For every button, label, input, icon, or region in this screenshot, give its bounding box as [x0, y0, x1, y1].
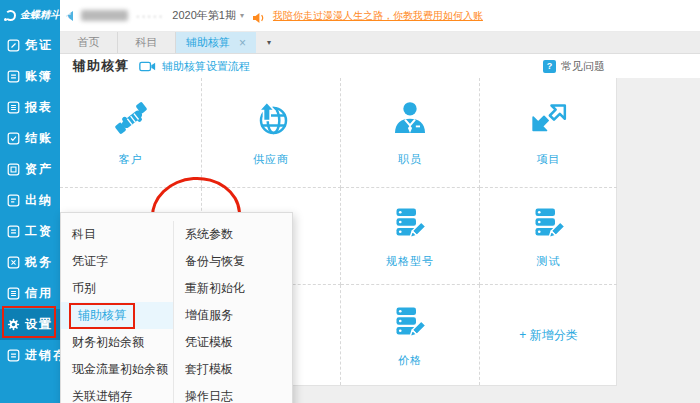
add-category-label: + 新增分类 — [519, 327, 577, 344]
card-supplier[interactable]: 供应商 — [202, 78, 341, 188]
closing-icon — [7, 132, 20, 145]
card-test[interactable]: 测试 — [480, 188, 617, 285]
tab-list-caret-button[interactable]: ▾ — [256, 32, 282, 53]
sidebar-item-asset[interactable]: 资产 — [0, 154, 60, 185]
caret-down-icon: ▾ — [267, 38, 271, 47]
add-category-button[interactable]: + 新增分类 — [480, 285, 617, 385]
period-label: 2020年第1期 — [172, 8, 236, 23]
card-label: 规格型号 — [386, 254, 434, 269]
setup-flow-link[interactable]: 辅助核算设置流程 — [162, 59, 250, 74]
menu-item-voucher-word[interactable]: 凭证字 — [61, 248, 173, 275]
period-selector[interactable]: 2020年第1期 ▾ — [172, 8, 244, 23]
sidebar-item-label: 结账 — [25, 130, 53, 147]
menu-item-cashflow-initial-balance[interactable]: 现金流量初始余额 — [61, 356, 173, 383]
menu-item-label: 凭证字 — [72, 253, 108, 270]
person-icon — [390, 98, 430, 142]
close-icon[interactable]: × — [239, 37, 246, 49]
menu-item-label: 套打模板 — [185, 361, 233, 378]
tab-label: 首页 — [78, 35, 100, 50]
sidebar-item-label: 资产 — [25, 161, 53, 178]
menu-item-print-template[interactable]: 套打模板 — [174, 356, 292, 383]
inventory-icon — [7, 349, 20, 362]
sidebar-item-label: 出纳 — [25, 192, 53, 209]
company-name-redacted — [81, 10, 128, 21]
sidebar-item-ledger[interactable]: 账簿 — [0, 61, 60, 92]
menu-item-financial-initial-balance[interactable]: 财务初始余额 — [61, 329, 173, 356]
credit-icon — [7, 287, 20, 300]
company-name-redacted-dots: ····· — [136, 10, 164, 22]
sidebar-item-salary[interactable]: 工资 — [0, 216, 60, 247]
menu-item-label: 系统参数 — [185, 226, 233, 243]
app-logo-text: 金蝶精斗云 — [20, 8, 70, 22]
menu-item-backup-restore[interactable]: 备份与恢复 — [174, 248, 292, 275]
sidebar-item-label: 工资 — [25, 223, 53, 240]
tab-home[interactable]: 首页 — [60, 32, 118, 53]
sidebar-item-report[interactable]: 报表 — [0, 92, 60, 123]
tab-subject[interactable]: 科目 — [118, 32, 176, 53]
menu-item-label: 财务初始余额 — [72, 334, 144, 351]
menu-item-value-added-service[interactable]: 增值服务 — [174, 302, 292, 329]
sidebar-item-closing[interactable]: 结账 — [0, 123, 60, 154]
menu-item-currency[interactable]: 币别 — [61, 275, 173, 302]
menu-item-label: 凭证模板 — [185, 334, 233, 351]
cashier-icon — [7, 194, 20, 207]
handshake-icon — [111, 98, 151, 142]
asset-icon — [7, 163, 20, 176]
ledger-icon — [7, 70, 20, 83]
app-window: 金蝶精斗云 凭证 账簿 报表 结账 资产 — [0, 0, 700, 403]
sidebar-item-tax[interactable]: 税务 — [0, 247, 60, 278]
faq-button[interactable]: ? 常见问题 — [543, 54, 605, 78]
faq-label: 常见问题 — [561, 59, 605, 74]
annotation-box-settings — [2, 306, 56, 338]
settings-menu-right-column: 系统参数 备份与恢复 重新初始化 增值服务 凭证模板 套打模板 操作日志 — [174, 221, 292, 403]
menu-item-label: 操作日志 — [185, 388, 233, 403]
card-label: 项目 — [537, 152, 561, 167]
database-pencil-icon — [392, 303, 428, 343]
card-label: 价格 — [398, 353, 422, 368]
database-pencil-icon — [531, 204, 567, 244]
video-icon — [139, 60, 156, 73]
announcement-link[interactable]: 我陪你走过漫漫人生之路，你教我费用如何入账 — [273, 9, 483, 23]
menu-item-operation-log[interactable]: 操作日志 — [174, 383, 292, 403]
card-spec-model[interactable]: 规格型号 — [341, 188, 480, 285]
sidebar: 金蝶精斗云 凭证 账簿 报表 结账 资产 — [0, 0, 60, 403]
card-project[interactable]: 项目 — [480, 78, 617, 188]
arrows-icon — [529, 98, 569, 142]
card-staff[interactable]: 职员 — [341, 78, 480, 188]
menu-item-system-params[interactable]: 系统参数 — [174, 221, 292, 248]
sidebar-item-label: 凭证 — [25, 37, 53, 54]
tab-label: 科目 — [136, 35, 158, 50]
globe-arrow-icon — [251, 98, 291, 142]
caret-down-icon: ▾ — [240, 11, 244, 20]
tab-auxiliary-accounting[interactable]: 辅助核算 × — [176, 32, 256, 53]
sidebar-item-voucher[interactable]: 凭证 — [0, 30, 60, 61]
content-header: 辅助核算 辅助核算设置流程 ? 常见问题 — [60, 54, 700, 78]
annotation-box-auxiliary: 辅助核算 — [69, 303, 135, 329]
database-pencil-icon — [392, 204, 428, 244]
menu-item-voucher-template[interactable]: 凭证模板 — [174, 329, 292, 356]
card-label: 职员 — [398, 152, 422, 167]
menu-item-auxiliary-accounting[interactable]: 辅助核算 — [61, 302, 173, 329]
menu-item-inventory-link[interactable]: 关联进销存 — [61, 383, 173, 403]
question-icon: ? — [543, 60, 556, 73]
card-label: 测试 — [537, 254, 561, 269]
card-label: 供应商 — [253, 152, 289, 167]
menu-item-subject[interactable]: 科目 — [61, 221, 173, 248]
salary-icon — [7, 225, 20, 238]
report-icon — [7, 101, 20, 114]
menu-item-reinitialize[interactable]: 重新初始化 — [174, 275, 292, 302]
sidebar-item-cashier[interactable]: 出纳 — [0, 185, 60, 216]
sidebar-item-label: 税务 — [25, 254, 53, 271]
announcement-speaker-icon — [252, 10, 265, 22]
menu-item-label: 备份与恢复 — [185, 253, 245, 270]
card-price[interactable]: 价格 — [341, 285, 480, 385]
menu-item-label: 币别 — [72, 280, 96, 297]
app-logo: 金蝶精斗云 — [0, 0, 60, 30]
menu-item-label: 增值服务 — [185, 307, 233, 324]
sidebar-item-label: 信用 — [25, 285, 53, 302]
sidebar-item-inventory[interactable]: 进销存 — [0, 340, 60, 371]
menu-item-label: 关联进销存 — [72, 388, 132, 403]
sidebar-item-credit[interactable]: 信用 — [0, 278, 60, 309]
tabbar: 首页 科目 辅助核算 × ▾ — [60, 32, 700, 54]
card-customer[interactable]: 客户 — [60, 78, 202, 188]
